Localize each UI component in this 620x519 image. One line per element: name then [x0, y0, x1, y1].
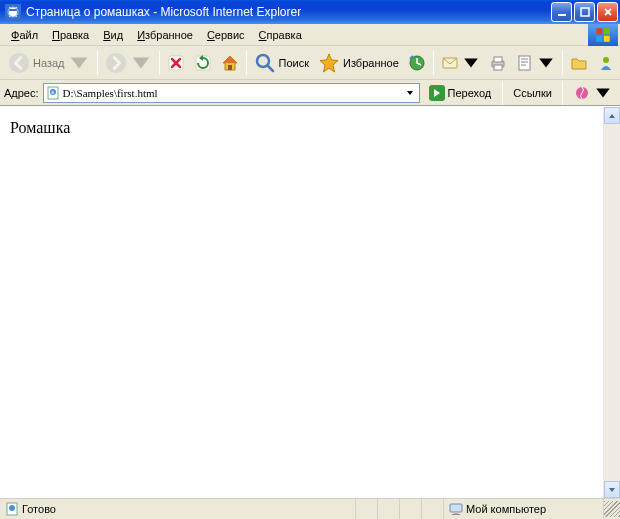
toolbar-separator [562, 51, 563, 75]
status-cell [422, 499, 444, 519]
svg-point-8 [9, 52, 29, 72]
minimize-button[interactable] [551, 2, 572, 22]
svg-rect-19 [519, 56, 530, 70]
messenger-button[interactable] [593, 49, 619, 77]
go-button[interactable]: Переход [424, 83, 497, 103]
address-input[interactable] [63, 87, 403, 99]
menu-edit[interactable]: Правка [45, 27, 96, 43]
links-button[interactable]: Ссылки [509, 87, 556, 99]
svg-rect-12 [228, 65, 232, 70]
window-title: Страница о ромашках - Microsoft Internet… [24, 5, 551, 19]
window-titlebar: Страница о ромашках - Microsoft Internet… [0, 0, 620, 24]
scroll-down-button[interactable] [604, 481, 620, 498]
status-cell [356, 499, 378, 519]
history-button[interactable] [404, 49, 430, 77]
svg-rect-18 [494, 65, 502, 70]
status-cell [400, 499, 422, 519]
svg-rect-29 [454, 512, 458, 514]
svg-point-27 [9, 505, 15, 511]
scroll-up-button[interactable] [604, 107, 620, 124]
toolbar-separator [97, 51, 98, 75]
svg-rect-2 [558, 14, 566, 16]
folder-button[interactable] [566, 49, 592, 77]
menu-tools[interactable]: Сервис [200, 27, 252, 43]
status-cell [378, 499, 400, 519]
menu-file[interactable]: Файл [4, 27, 45, 43]
address-bar: Адрес: e Переход Ссылки [0, 80, 620, 106]
vertical-scrollbar[interactable] [603, 107, 620, 498]
status-ready: Готово [0, 499, 356, 519]
page-icon [5, 502, 19, 516]
svg-rect-6 [596, 36, 602, 42]
page-icon: e [46, 86, 60, 100]
toolbar-separator [159, 51, 160, 75]
throbber-icon [588, 24, 618, 46]
svg-rect-7 [604, 36, 610, 42]
mail-button[interactable] [437, 49, 484, 77]
maximize-button[interactable] [574, 2, 595, 22]
toolbar-separator [433, 51, 434, 75]
scroll-track[interactable] [604, 124, 620, 481]
edit-button[interactable] [512, 49, 559, 77]
close-button[interactable] [597, 2, 618, 22]
app-icon [5, 4, 21, 20]
status-bar: Готово Мой компьютер [0, 498, 620, 519]
print-button[interactable] [485, 49, 511, 77]
menu-help[interactable]: Справка [252, 27, 309, 43]
addon-button[interactable] [569, 79, 616, 107]
svg-rect-30 [452, 514, 460, 515]
content-area: Ромашка [0, 106, 620, 498]
svg-point-9 [105, 52, 125, 72]
search-button[interactable]: Поиск [250, 49, 313, 77]
refresh-button[interactable] [190, 49, 216, 77]
svg-rect-28 [450, 504, 462, 512]
svg-text:e: e [51, 89, 54, 95]
page-body: Ромашка [0, 107, 603, 498]
svg-point-20 [603, 57, 609, 63]
stop-button[interactable] [163, 49, 189, 77]
favorites-button[interactable]: Избранное [314, 49, 403, 77]
svg-rect-4 [596, 28, 602, 34]
status-zone: Мой компьютер [444, 499, 604, 519]
toolbar-separator [562, 81, 563, 105]
back-button: Назад [4, 49, 94, 77]
toolbar-separator [246, 51, 247, 75]
svg-rect-3 [581, 8, 589, 16]
address-dropdown-button[interactable] [403, 84, 417, 102]
address-label: Адрес: [4, 87, 39, 99]
toolbar-separator [502, 81, 503, 105]
body-text: Ромашка [10, 119, 70, 136]
menubar: Файл Правка Вид Избранное Сервис Справка [0, 24, 620, 46]
menu-favorites[interactable]: Избранное [130, 27, 200, 43]
svg-rect-5 [604, 28, 610, 34]
home-button[interactable] [217, 49, 243, 77]
address-input-wrap[interactable]: e [43, 83, 420, 103]
computer-icon [449, 502, 463, 516]
main-toolbar: Назад Поиск Избранное [0, 46, 620, 80]
menu-view[interactable]: Вид [96, 27, 130, 43]
forward-button [101, 49, 156, 77]
resize-grip[interactable] [604, 501, 620, 517]
svg-rect-17 [494, 57, 502, 62]
